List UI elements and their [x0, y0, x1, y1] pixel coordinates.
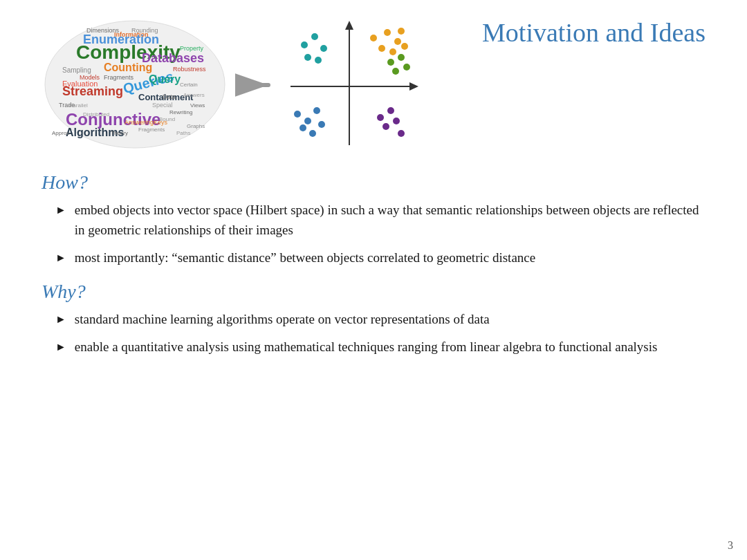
svg-text:Special: Special: [152, 102, 173, 109]
svg-text:Streaming: Streaming: [62, 84, 123, 98]
svg-point-67: [304, 54, 311, 61]
svg-text:Data: Data: [163, 93, 176, 100]
how-bullets: ► embed objects into vector space (Hilbe…: [55, 200, 706, 268]
svg-point-61: [382, 123, 389, 130]
svg-text:Graphs: Graphs: [187, 123, 205, 129]
slide: Information Dimensions Rounding Enumerat…: [0, 0, 747, 560]
svg-marker-40: [345, 21, 353, 30]
bullet-arrow-icon-1: ►: [55, 202, 66, 218]
svg-text:Rewriting: Rewriting: [169, 109, 192, 115]
header-area: Information Dimensions Rounding Enumerat…: [42, 14, 706, 165]
svg-text:Query: Query: [149, 73, 181, 85]
why-bullet-2-text: enable a quantitative analysis using mat…: [75, 337, 706, 357]
bullet-arrow-icon-2: ►: [55, 250, 66, 266]
how-bullet-1-text: embed objects into vector space (Hilbert…: [75, 200, 706, 240]
svg-marker-41: [409, 82, 418, 91]
svg-point-47: [398, 28, 405, 35]
svg-point-62: [393, 118, 400, 124]
svg-text:Theory: Theory: [111, 130, 128, 136]
svg-point-44: [394, 38, 401, 45]
why-section: Why? ► standard machine learning algorit…: [42, 281, 706, 357]
svg-point-53: [294, 111, 301, 118]
svg-text:Answers: Answers: [183, 92, 205, 98]
svg-point-48: [401, 43, 408, 50]
top-visuals: Information Dimensions Rounding Enumerat…: [42, 17, 422, 152]
word-cloud: Information Dimensions Rounding Enumerat…: [42, 17, 228, 152]
svg-point-55: [313, 107, 320, 114]
how-bullet-1: ► embed objects into vector space (Hilbe…: [55, 200, 706, 240]
svg-point-57: [318, 121, 325, 128]
slide-title: Motivation and Ideas: [482, 14, 706, 48]
why-bullet-2: ► enable a quantitative analysis using m…: [55, 337, 706, 357]
why-bullet-1-text: standard machine learning algorithms ope…: [75, 310, 706, 330]
svg-text:Sampling: Sampling: [62, 66, 91, 74]
svg-point-51: [392, 68, 399, 75]
svg-point-46: [389, 48, 396, 55]
svg-text:Robustness: Robustness: [173, 66, 206, 73]
svg-point-45: [378, 45, 385, 52]
svg-text:Certain: Certain: [180, 82, 198, 88]
svg-text:Fragments: Fragments: [138, 127, 165, 133]
svg-point-56: [299, 124, 306, 131]
why-bullets: ► standard machine learning algorithms o…: [55, 310, 706, 357]
svg-text:Approx: Approx: [52, 130, 69, 136]
page-number: 3: [728, 539, 733, 552]
svg-text:Views: Views: [190, 102, 205, 109]
svg-text:Databases: Databases: [142, 51, 204, 65]
svg-point-54: [304, 118, 311, 124]
how-heading: How?: [42, 171, 706, 194]
svg-point-42: [370, 35, 377, 41]
svg-point-68: [315, 57, 322, 64]
svg-point-49: [387, 59, 394, 66]
how-section: How? ► embed objects into vector space (…: [42, 171, 706, 268]
how-bullet-2-text: most importantly: “semantic distance” be…: [75, 248, 706, 268]
svg-point-43: [384, 29, 391, 36]
svg-text:Paths: Paths: [176, 130, 190, 136]
svg-point-66: [320, 45, 327, 52]
how-bullet-2: ► most importantly: “semantic distance” …: [55, 248, 706, 268]
arrow: [235, 71, 277, 99]
bullet-arrow-icon-3: ►: [55, 311, 66, 328]
svg-point-50: [398, 54, 405, 61]
svg-point-52: [403, 64, 410, 71]
svg-point-59: [377, 114, 384, 121]
svg-text:Property: Property: [180, 45, 204, 52]
svg-point-60: [387, 107, 394, 114]
svg-point-65: [311, 33, 318, 40]
scatter-plot: [284, 17, 422, 152]
svg-text:Parallel: Parallel: [69, 102, 88, 109]
bullet-arrow-icon-4: ►: [55, 339, 66, 355]
why-bullet-1: ► standard machine learning algorithms o…: [55, 310, 706, 330]
svg-point-64: [301, 41, 308, 48]
svg-point-63: [398, 130, 405, 137]
why-heading: Why?: [42, 281, 706, 303]
svg-text:Bound: Bound: [159, 116, 175, 122]
svg-point-58: [309, 130, 316, 137]
